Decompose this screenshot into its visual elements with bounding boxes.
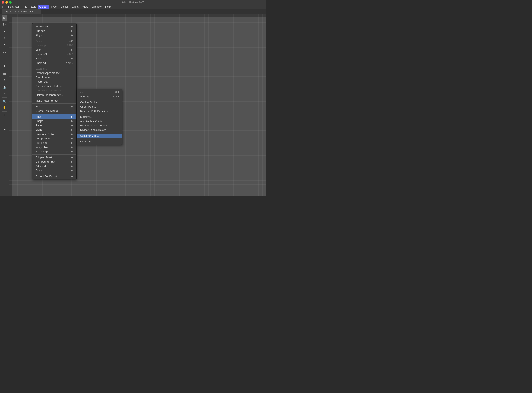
- path-submenu: Join ⌘J Average... ⌥⌘J Outline Stroke Of…: [77, 89, 122, 145]
- object-menu-dropdown: Transform ▶ Arrange ▶ Align ▶ Group ⌘G: [32, 23, 77, 179]
- menu-type[interactable]: Type: [49, 5, 58, 9]
- window-title: Adobe Illustrator 2020: [122, 1, 144, 4]
- menu-object[interactable]: Object: [38, 5, 49, 9]
- menu-pixel-perfect[interactable]: Make Pixel Perfect: [32, 98, 76, 103]
- more-tools[interactable]: ···: [2, 126, 7, 132]
- separator-2: [32, 66, 76, 66]
- menu-rasterize[interactable]: Rasterize...: [32, 79, 76, 84]
- left-toolbar: ▶ ▷ ✒ ✏ 🖌 ▭ ○ T ◫ # 🔬 ∞ 🔍 ✋ ■ □ ···: [0, 14, 9, 196]
- path-sep-1: [77, 99, 122, 99]
- menu-ungroup[interactable]: Ungroup ⇧⌘G: [32, 43, 76, 48]
- path-outline-stroke[interactable]: Outline Stroke: [77, 100, 122, 104]
- menu-transform[interactable]: Transform ▶: [32, 24, 76, 29]
- menu-select[interactable]: Select: [59, 5, 70, 9]
- menu-crop-image[interactable]: Crop Image: [32, 75, 76, 79]
- menu-window[interactable]: Window: [90, 5, 103, 9]
- close-button[interactable]: [2, 1, 4, 4]
- menu-image-trace[interactable]: Image Trace ▶: [32, 145, 76, 149]
- menu-help[interactable]: Help: [104, 5, 112, 9]
- maximize-button[interactable]: [9, 1, 12, 4]
- path-reverse[interactable]: Reverse Path Direction: [77, 109, 122, 113]
- eyedropper-tool[interactable]: 🔬: [2, 84, 7, 90]
- menu-bar:  Illustrator File Edit Object Type Sele…: [0, 5, 266, 9]
- separator-1: [32, 38, 76, 38]
- menu-clipping-mask[interactable]: Clipping Mask ▶: [32, 155, 76, 160]
- menu-expand-appearance[interactable]: Expand Appearance: [32, 71, 76, 75]
- minimize-button[interactable]: [5, 1, 8, 4]
- pencil-tool[interactable]: ✏: [2, 35, 7, 41]
- path-clean-up[interactable]: Clean Up...: [77, 139, 122, 144]
- path-remove-anchors[interactable]: Remove Anchor Points: [77, 123, 122, 128]
- tab-close-button[interactable]: ✕: [37, 10, 39, 13]
- menu-graph[interactable]: Graph ▶: [32, 168, 76, 173]
- menu-container: Transform ▶ Arrange ▶ Align ▶ Group ⌘G: [32, 23, 122, 179]
- menu-align[interactable]: Align ▶: [32, 33, 76, 37]
- separator-3: [32, 98, 76, 98]
- menu-show-all[interactable]: Show All ⌥⌘3: [32, 61, 76, 65]
- path-add-anchors[interactable]: Add Anchor Points: [77, 119, 122, 123]
- apple-menu[interactable]: : [1, 5, 5, 9]
- menu-illustrator[interactable]: Illustrator: [6, 5, 21, 9]
- menu-object-mosaic[interactable]: Create Object Mosaic...: [32, 88, 76, 93]
- fill-color[interactable]: ■: [2, 112, 7, 118]
- title-bar: Adobe Illustrator 2020: [0, 0, 266, 5]
- path-offset[interactable]: Offset Path...: [77, 104, 122, 109]
- path-split-grid[interactable]: Split Into Grid...: [77, 133, 122, 138]
- document-tab[interactable]: blog-article* @ 77.58% (RGB/... ✕: [2, 9, 41, 14]
- zoom-tool[interactable]: 🔍: [2, 98, 7, 104]
- menu-flatten-transparency[interactable]: Flatten Transparency...: [32, 93, 76, 97]
- ellipse-tool[interactable]: ○: [2, 55, 7, 61]
- separator-7: [32, 173, 76, 173]
- rectangle-tool[interactable]: ▭: [2, 49, 7, 55]
- blend-tool[interactable]: ∞: [2, 91, 7, 97]
- select-tool[interactable]: ▶: [2, 15, 7, 21]
- menu-live-paint[interactable]: Live Paint ▶: [32, 141, 76, 145]
- separator-4: [32, 103, 76, 104]
- mesh-tool[interactable]: #: [2, 77, 7, 83]
- menu-compound-path[interactable]: Compound Path ▶: [32, 160, 76, 164]
- gradient-tool[interactable]: ◫: [2, 71, 7, 76]
- separator-6: [32, 154, 76, 155]
- main-layout: ▶ ▷ ✒ ✏ 🖌 ▭ ○ T ◫ # 🔬 ∞ 🔍 ✋ ■ □ ···: [0, 14, 266, 196]
- traffic-lights: [2, 1, 12, 4]
- menu-pattern[interactable]: Pattern ▶: [32, 123, 76, 128]
- menu-text-wrap[interactable]: Text Wrap ▶: [32, 149, 76, 154]
- menu-group[interactable]: Group ⌘G: [32, 39, 76, 43]
- hand-tool[interactable]: ✋: [2, 105, 7, 111]
- stroke-color[interactable]: □: [2, 119, 7, 124]
- menu-view[interactable]: View: [81, 5, 90, 9]
- path-average[interactable]: Average... ⌥⌘J: [77, 94, 122, 99]
- menu-edit[interactable]: Edit: [29, 5, 37, 9]
- menu-lock[interactable]: Lock ▶: [32, 48, 76, 52]
- brush-tool[interactable]: 🖌: [2, 41, 7, 47]
- menu-envelope-distort[interactable]: Envelope Distort ▶: [32, 132, 76, 136]
- menu-unlock-all[interactable]: Unlock All ⌥⌘2: [32, 52, 76, 56]
- menu-file[interactable]: File: [21, 5, 29, 9]
- menu-blend[interactable]: Blend ▶: [32, 128, 76, 132]
- menu-effect[interactable]: Effect: [70, 5, 80, 9]
- path-sep-4: [77, 138, 122, 139]
- type-tool[interactable]: T: [2, 63, 7, 69]
- path-divide[interactable]: Divide Objects Below: [77, 128, 122, 132]
- menu-collect-export[interactable]: Collect For Export ▶: [32, 174, 76, 178]
- path-sep-3: [77, 133, 122, 133]
- menu-gradient-mesh[interactable]: Create Gradient Mesh...: [32, 84, 76, 88]
- menu-path[interactable]: Path ▶: [32, 114, 76, 119]
- path-sep-2: [77, 114, 122, 114]
- tab-bar: blog-article* @ 77.58% (RGB/... ✕: [0, 9, 266, 14]
- menu-hide[interactable]: Hide ▶: [32, 56, 76, 61]
- path-join[interactable]: Join ⌘J: [77, 90, 122, 94]
- menu-trim-marks[interactable]: Create Trim Marks: [32, 109, 76, 113]
- path-simplify[interactable]: Simplify...: [77, 115, 122, 119]
- menu-arrange[interactable]: Arrange ▶: [32, 29, 76, 33]
- menu-shape[interactable]: Shape ▶: [32, 119, 76, 123]
- menu-expand[interactable]: Expand...: [32, 66, 76, 71]
- canvas-area: Transform ▶ Arrange ▶ Align ▶ Group ⌘G: [9, 14, 266, 196]
- menu-perspective[interactable]: Perspective ▶: [32, 136, 76, 141]
- tab-label: blog-article* @ 77.58% (RGB/...: [4, 10, 36, 13]
- menu-artboards[interactable]: Artboards ▶: [32, 164, 76, 168]
- menu-slice[interactable]: Slice ▶: [32, 104, 76, 109]
- direct-select-tool[interactable]: ▷: [2, 21, 7, 27]
- pen-tool[interactable]: ✒: [2, 29, 7, 35]
